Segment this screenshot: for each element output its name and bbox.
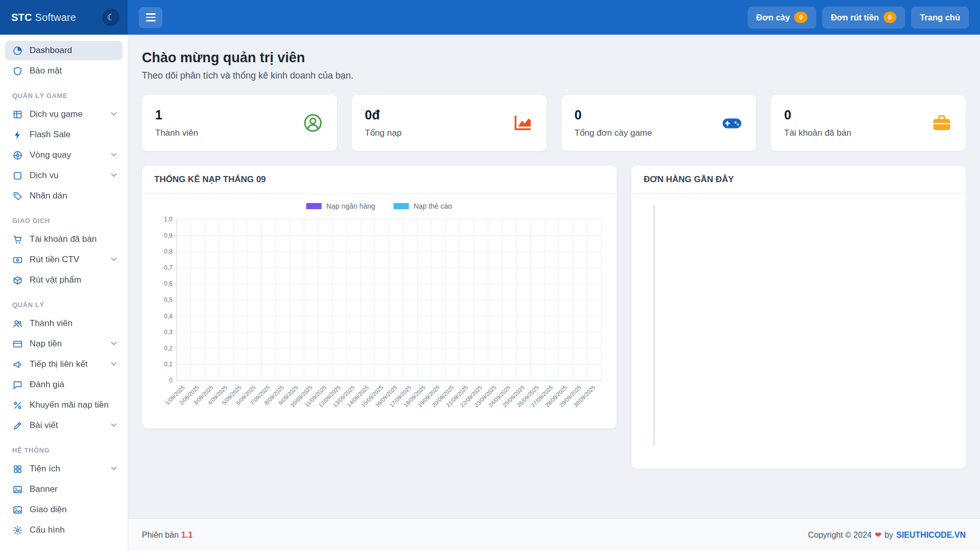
box-icon: [12, 274, 23, 286]
stat-value: 0: [575, 108, 652, 122]
sidebar-item-nap-tien[interactable]: Nạp tiền: [5, 334, 122, 354]
stat-card-thanh-vien: 1 Thành viên: [142, 95, 337, 151]
image-icon: [12, 484, 23, 495]
svg-text:0: 0: [169, 377, 173, 384]
svg-text:0,7: 0,7: [164, 264, 173, 271]
brand-bold: STC: [11, 12, 32, 23]
dark-mode-toggle[interactable]: ☾: [102, 9, 119, 26]
shield-icon: [12, 65, 23, 77]
sidebar-item-tiep-thi-lien-ket[interactable]: Tiếp thị liên kết: [5, 355, 122, 374]
hamburger-menu-button[interactable]: [139, 7, 162, 28]
sidebar-item-label: Bài viết: [30, 420, 58, 431]
moon-icon: ☾: [107, 12, 114, 23]
sidebar-item-dich-vu[interactable]: Dịch vụ: [5, 166, 122, 185]
square-icon: [12, 170, 23, 181]
brand-light: Software: [35, 12, 77, 23]
banknote-icon: [12, 254, 23, 265]
briefcase-icon: [931, 112, 952, 134]
sidebar-item-label: Bảo mật: [30, 66, 62, 76]
hamburger-icon: [146, 13, 156, 14]
chart-panel-title: THỐNG KÊ NẠP THÁNG 09: [142, 166, 617, 194]
stat-label: Tổng nạp: [365, 128, 402, 138]
sidebar-item-dashboard[interactable]: Dashboard: [5, 41, 122, 60]
user-circle-icon: [302, 112, 324, 134]
copyright-by: by: [885, 531, 893, 539]
chat-icon: [12, 379, 23, 390]
page-subtitle: Theo dõi phân tích và thống kê kinh doan…: [142, 70, 966, 81]
sidebar-item-tai-khoan-da-ban[interactable]: Tài khoản đã bán: [5, 230, 122, 249]
orders-panel-title: ĐƠN HÀNG GẦN ĐÂY: [631, 166, 966, 194]
brand: STCSoftware: [11, 12, 76, 23]
orders-panel: ĐƠN HÀNG GẦN ĐÂY: [631, 166, 966, 469]
main-area: Chào mừng quản trị viên Theo dõi phân tí…: [128, 35, 980, 551]
sidebar-item-label: Nạp tiền: [30, 339, 62, 349]
sidebar-item-thanh-vien[interactable]: Thành viên: [5, 314, 122, 333]
sidebar-item-bao-mat[interactable]: Bảo mật: [5, 61, 122, 81]
version-text: Phiên bản1.1: [142, 531, 192, 540]
sidebar-item-rut-vat-pham[interactable]: Rút vật phẩm: [5, 270, 122, 290]
sidebar-item-label: Cấu hình: [30, 525, 65, 535]
stat-card-tai-khoan-da-ban: 0 Tài khoản đã bán: [771, 95, 966, 151]
sidebar-item-label: Tiện ích: [30, 464, 60, 474]
sidebar-item-label: Thành viên: [30, 318, 72, 329]
sidebar-item-label: Khuyến mãi nạp tiền: [30, 400, 109, 410]
credit-card-icon: [12, 338, 23, 349]
copyright-text: Copyright © 2024❤bySIEUTHICODE.VN: [808, 530, 966, 540]
legend-item: Nạp thẻ cào: [394, 202, 452, 210]
sidebar-item-rut-tien-ctv[interactable]: Rút tiền CTV: [5, 250, 122, 269]
heart-icon: ❤: [875, 531, 881, 539]
grid-icon: [12, 463, 23, 474]
sidebar-section-title: Quản lý game: [0, 82, 128, 104]
sidebar-item-label: Đánh giá: [30, 380, 64, 390]
topbar: STCSoftware ☾ Đơn cày 0 Đơn rút tiền 0 T…: [0, 0, 980, 35]
sidebar-section-title: Hệ thống: [0, 436, 128, 458]
image-icon: [12, 504, 23, 515]
trang-chu-button[interactable]: Trang chủ: [911, 7, 969, 29]
don-cay-button[interactable]: Đơn cày 0: [748, 7, 816, 29]
panels-row: THỐNG KÊ NẠP THÁNG 09 Nạp ngân hàngNạp t…: [142, 166, 966, 469]
don-rut-tien-button[interactable]: Đơn rút tiền 0: [822, 7, 905, 29]
chevron-down-icon: [111, 256, 116, 261]
sidebar-item-cau-hinh[interactable]: Cấu hình: [5, 520, 122, 540]
sidebar-item-label: Rút tiền CTV: [30, 255, 79, 265]
wheel-icon: [12, 149, 23, 161]
version-label: Phiên bản: [142, 531, 179, 539]
sidebar-item-bai-viet[interactable]: Bài viết: [5, 416, 122, 435]
sidebar-item-banner[interactable]: Banner: [5, 480, 122, 499]
chevron-down-icon: [111, 110, 116, 116]
stat-card-tong-don-cay-game: 0 Tổng đơn cày game: [561, 95, 756, 151]
gamepad-icon: [721, 112, 743, 134]
legend-item: Nạp ngân hàng: [306, 202, 375, 210]
chevron-down-icon: [111, 421, 116, 427]
sidebar-item-giao-dien[interactable]: Giao diện: [5, 500, 122, 519]
sidebar-item-flash-sale[interactable]: Flash Sale: [5, 125, 122, 144]
sidebar-item-label: Tiếp thị liên kết: [30, 359, 88, 369]
svg-text:0,8: 0,8: [164, 248, 173, 255]
topbar-main: Đơn cày 0 Đơn rút tiền 0 Trang chủ: [128, 0, 980, 35]
sidebar-item-label: Nhãn dán: [30, 191, 67, 201]
sidebar-item-label: Dashboard: [30, 45, 72, 56]
site-link[interactable]: SIEUTHICODE.VN: [896, 531, 966, 539]
area-chart-icon: [512, 112, 533, 134]
svg-text:0,1: 0,1: [164, 361, 173, 368]
stat-value: 0: [784, 108, 851, 122]
tag-icon: [12, 190, 23, 202]
sidebar-section-title: Quản lý: [0, 291, 128, 313]
sidebar-item-vong-quay[interactable]: Vòng quay: [5, 145, 122, 165]
don-cay-badge: 0: [794, 12, 807, 23]
don-rut-tien-badge: 0: [884, 12, 896, 23]
svg-text:0,4: 0,4: [164, 313, 173, 320]
sidebar-item-dich-vu-game[interactable]: Dịch vụ game: [5, 105, 122, 124]
stat-card-tong-nap: 0đ Tổng nạp: [352, 95, 547, 151]
sidebar-item-danh-gia[interactable]: Đánh giá: [5, 375, 122, 394]
sidebar-item-tien-ich[interactable]: Tiện ích: [5, 459, 122, 479]
pie-chart-icon: [12, 45, 23, 56]
gear-icon: [12, 524, 23, 536]
sidebar-item-khuyen-mai-nap-tien[interactable]: Khuyến mãi nạp tiền: [5, 395, 122, 415]
svg-text:0,9: 0,9: [164, 232, 173, 239]
page-title: Chào mừng quản trị viên: [142, 50, 966, 66]
chevron-down-icon: [111, 151, 116, 157]
stat-value: 0đ: [365, 108, 402, 122]
sidebar-item-nhan-dan[interactable]: Nhãn dán: [5, 186, 122, 206]
stat-label: Tổng đơn cày game: [575, 128, 652, 138]
